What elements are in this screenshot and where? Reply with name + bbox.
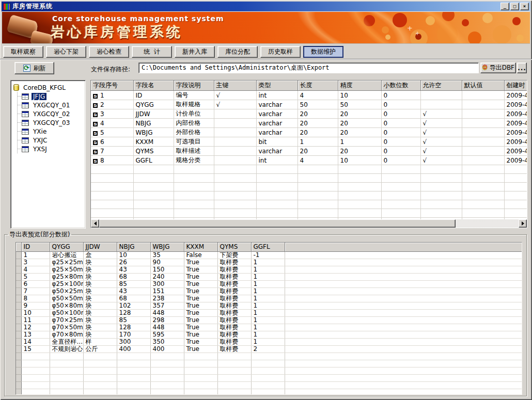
table-row[interactable]: 14全直径样...样300350True取样费1: [16, 338, 522, 345]
maximize-button[interactable]: □: [510, 3, 519, 10]
filler-cell: [285, 295, 522, 302]
tree-item-YXGCQY_01[interactable]: YXGCQY_01: [18, 101, 84, 109]
column-header[interactable]: GGFL: [251, 243, 285, 251]
column-header[interactable]: 小数位数: [381, 81, 420, 91]
toolbar-button-1[interactable]: 取样观察: [3, 46, 43, 58]
toolbar-button-8[interactable]: 数据维护: [303, 46, 343, 58]
column-header[interactable]: KXXM: [184, 243, 217, 251]
row-selector[interactable]: [16, 316, 21, 324]
row-checkbox[interactable]: [93, 113, 98, 117]
table-row[interactable]: 12φ70×50mm块128448True取样费1: [16, 324, 522, 331]
tree-item-YXGCQY_02[interactable]: YXGCQY_02: [18, 109, 84, 118]
column-header[interactable]: JJDW: [83, 243, 117, 251]
path-input[interactable]: C:\Documents and Settings\Administrator\…: [138, 62, 479, 73]
row-selector[interactable]: [16, 287, 21, 295]
table-row[interactable]: 15不规则岩心公斤400400True取样费2: [16, 345, 522, 353]
column-header[interactable]: QYMS: [217, 243, 251, 251]
row-checkbox[interactable]: [93, 131, 98, 136]
toolbar-button-6[interactable]: 库位分配: [217, 46, 258, 58]
row-selector[interactable]: [16, 302, 21, 309]
table-row[interactable]: 5WBJG外部价格varchar20200√2009-4-: [91, 128, 527, 137]
close-button[interactable]: ×: [520, 3, 529, 10]
toolbar-button-7[interactable]: 历史取样: [260, 46, 301, 58]
scroll-left-button[interactable]: [91, 219, 99, 228]
table-row[interactable]: 8GGFL规格分类int4100√2009-4-: [91, 156, 527, 165]
toolbar-button-5[interactable]: 新井入库: [175, 46, 215, 58]
toolbar-button-2[interactable]: 岩心下架: [46, 46, 86, 58]
column-header[interactable]: 字段名: [133, 81, 174, 91]
column-header[interactable]: WBJG: [150, 243, 184, 251]
column-header[interactable]: 主键: [214, 81, 256, 91]
empty-cell: [462, 209, 504, 218]
tree-item-YXJC[interactable]: YXJC: [18, 136, 84, 145]
browse-path-button[interactable]: ...: [517, 62, 527, 73]
table-row[interactable]: 6KXXM可选项目bit110√2009-4-: [91, 137, 527, 147]
toolbar-button-4[interactable]: 统 计: [132, 46, 172, 58]
row-checkbox[interactable]: [93, 94, 98, 99]
column-header[interactable]: QYGG: [50, 243, 83, 251]
row-selector[interactable]: [16, 324, 21, 331]
row-selector[interactable]: [16, 331, 21, 338]
table-row[interactable]: 1岩心搬运盒1035False下架费-1: [16, 251, 522, 259]
row-selector[interactable]: [16, 295, 21, 302]
column-header[interactable]: 字段序号: [91, 81, 133, 91]
refresh-button[interactable]: ⟳ 刷新: [14, 62, 54, 74]
table-row[interactable]: 4NBJG内部价格varchar20200√2009-4-: [91, 119, 527, 128]
table-row[interactable]: 13φ70×80mm块170595True取样费1: [16, 331, 522, 338]
column-header[interactable]: 长度: [298, 81, 338, 91]
column-header[interactable]: 字段说明: [174, 81, 214, 91]
scrollbar-track[interactable]: [99, 219, 519, 228]
tree-item-YXie[interactable]: YXie: [18, 127, 84, 136]
row-checkbox[interactable]: [93, 122, 98, 126]
column-header[interactable]: ID: [21, 243, 50, 251]
column-header[interactable]: NBJG: [117, 243, 150, 251]
row-selector[interactable]: [16, 345, 21, 353]
row-checkbox[interactable]: [93, 140, 98, 145]
column-header[interactable]: 默认值: [462, 81, 504, 91]
row-selector[interactable]: [16, 266, 21, 273]
table-row[interactable]: 10φ50×100mm块128448True取样费1: [16, 309, 522, 316]
column-header[interactable]: 类型: [256, 81, 298, 91]
scroll-right-button[interactable]: [519, 219, 527, 228]
row-selector[interactable]: [16, 309, 21, 316]
table-row[interactable]: 3JJDW计价单位varchar20200√2009-4-: [91, 109, 527, 119]
banner-bubble: [393, 13, 407, 27]
table-row[interactable]: 4φ25×50mm块43150True取样费1: [16, 266, 522, 273]
table-row[interactable]: 3φ25×25mm块2690True取样费1: [16, 259, 522, 266]
table-row[interactable]: 9φ50×80mm块102357True取样费1: [16, 302, 522, 309]
empty-cell: [381, 165, 420, 174]
row-selector[interactable]: [16, 259, 21, 266]
cell: 编号: [174, 91, 214, 100]
column-header[interactable]: 精度: [338, 81, 381, 91]
column-header[interactable]: 允许空: [420, 81, 462, 91]
row-checkbox[interactable]: [93, 150, 98, 154]
table-row[interactable]: 7φ50×25mm块43151True取样费1: [16, 287, 522, 295]
tree-item-YXSJ[interactable]: YXSJ: [18, 145, 84, 153]
table-row[interactable]: 6φ25×100mm块85300True取样费1: [16, 280, 522, 287]
horizontal-scrollbar[interactable]: [91, 219, 527, 228]
row-checkbox[interactable]: [93, 103, 98, 108]
title-bar[interactable]: 库房管理系统 _ □ ×: [2, 2, 530, 11]
table-row[interactable]: 5φ25×80mm块68240True取样费1: [16, 273, 522, 280]
cell: 43: [117, 266, 150, 273]
row-selector[interactable]: [16, 251, 21, 259]
table-row[interactable]: 2QYGG取样规格√varchar505002009-4-: [91, 100, 527, 109]
scrollbar-thumb[interactable]: [99, 219, 456, 228]
table-row[interactable]: 8φ50×50mm块68238True取样费1: [16, 295, 522, 302]
table-row[interactable]: 1ID编号√int41002009-4-: [91, 91, 527, 100]
tree-item-label: YXGCQY_01: [32, 102, 71, 109]
row-checkbox[interactable]: [93, 159, 98, 164]
table-row[interactable]: 11φ70×25mm块85298True取样费1: [16, 316, 522, 324]
row-selector[interactable]: [16, 280, 21, 287]
column-header[interactable]: 创建时: [504, 81, 527, 91]
row-selector[interactable]: [16, 338, 21, 345]
tree-item-JFJG[interactable]: JFJG: [18, 92, 84, 101]
minimize-button[interactable]: _: [500, 3, 509, 10]
export-dbf-button[interactable]: ⚙ 导出DBF: [480, 62, 516, 73]
toolbar-button-3[interactable]: 岩心检查: [89, 46, 129, 58]
cell: True: [184, 316, 217, 324]
tree-root[interactable]: CoreDB_KFGL: [13, 83, 84, 92]
table-row[interactable]: 7QYMS取样描述varchar20200√2009-4-: [91, 147, 527, 156]
row-selector[interactable]: [16, 273, 21, 280]
tree-item-YXGCQY_03[interactable]: YXGCQY_03: [18, 118, 84, 127]
